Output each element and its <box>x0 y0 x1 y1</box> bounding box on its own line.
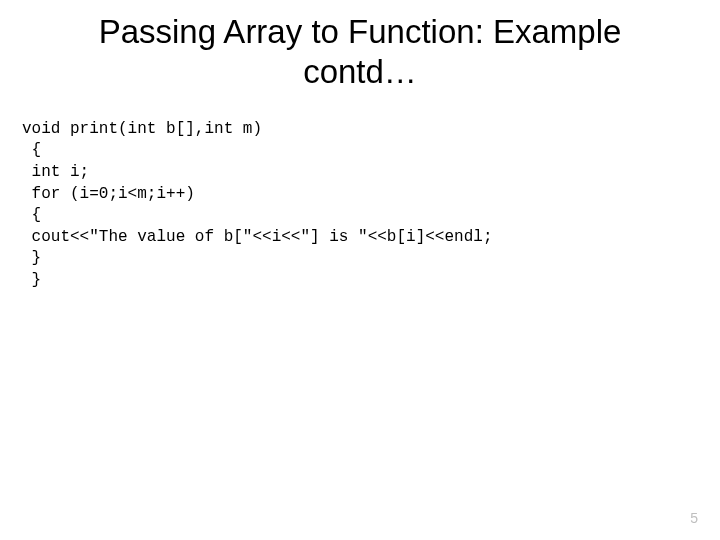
slide: Passing Array to Function: Example contd… <box>0 0 720 540</box>
code-block: void print(int b[],int m) { int i; for (… <box>0 91 720 313</box>
code-line: void print(int b[],int m) <box>22 120 262 138</box>
code-line: { <box>22 206 41 224</box>
code-line: } <box>22 271 41 289</box>
slide-title: Passing Array to Function: Example contd… <box>0 0 720 91</box>
code-line: { <box>22 141 41 159</box>
title-line-1: Passing Array to Function: Example <box>99 13 622 50</box>
code-line: cout<<"The value of b["<<i<<"] is "<<b[i… <box>22 228 492 246</box>
page-number: 5 <box>690 510 698 526</box>
code-line: int i; <box>22 163 89 181</box>
code-line: for (i=0;i<m;i++) <box>22 185 195 203</box>
title-line-2: contd… <box>303 53 417 90</box>
code-line: } <box>22 249 41 267</box>
